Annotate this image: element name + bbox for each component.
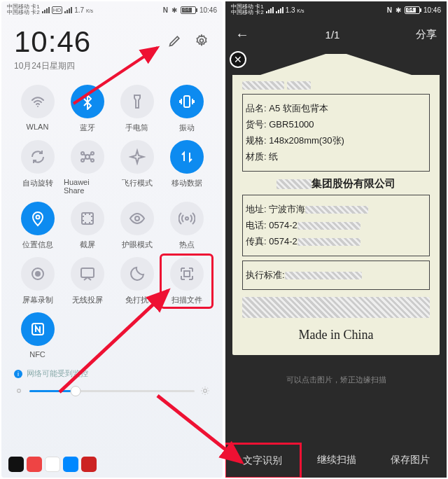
continue-scan-button[interactable]: 继续扫描: [300, 444, 374, 478]
qs-tile-cast[interactable]: 无线投屏: [64, 257, 111, 305]
status-time: 10:46: [200, 6, 217, 14]
tile-label: Huawei Share: [64, 178, 111, 195]
hotspot-icon: [170, 202, 204, 235]
tile-label: 截屏: [80, 240, 95, 250]
location-icon: [21, 202, 55, 235]
redacted-text: [242, 81, 284, 90]
scanner-bottom-bar: 文字识别 继续扫描 保存图片: [225, 444, 447, 478]
qs-tile-scan[interactable]: 扫描文件: [160, 254, 214, 309]
qs-tile-data[interactable]: 移动数据: [163, 140, 210, 195]
save-image-button[interactable]: 保存图片: [373, 444, 447, 478]
svg-rect-14: [184, 271, 190, 277]
cast-icon: [71, 257, 104, 291]
airplane-icon: [120, 140, 154, 174]
status-time-r: 10:46: [424, 6, 441, 14]
svg-rect-1: [184, 96, 190, 107]
svg-point-6: [91, 159, 94, 162]
qs-tile-screenshot[interactable]: 截屏: [64, 202, 111, 250]
tile-label: WLAN: [27, 123, 49, 131]
qs-tile-airplane[interactable]: 飞行模式: [113, 140, 160, 195]
company-name: 集团股份有限公司: [242, 177, 430, 190]
signal-bars-icon-2: [64, 7, 72, 13]
svg-point-10: [186, 217, 188, 220]
share-button[interactable]: 分享: [416, 28, 437, 41]
carrier-label: 中国移动 卡1中国移动 卡2: [7, 4, 40, 15]
qs-tile-record[interactable]: 屏幕录制: [14, 257, 61, 305]
tile-label: 免打扰: [125, 295, 148, 305]
edit-icon[interactable]: [167, 32, 183, 49]
sun-bright-icon: [200, 386, 210, 396]
wifi-icon: [21, 85, 55, 118]
bluetooth-icon: [71, 85, 104, 118]
brightness-slider[interactable]: [14, 386, 210, 396]
tile-label: 飞行模式: [122, 178, 153, 188]
made-in-china: Made in China: [242, 328, 430, 342]
tile-label: 热点: [179, 240, 195, 250]
nfc-icon: N: [163, 6, 168, 14]
qs-tile-rotate[interactable]: 自动旋转: [14, 140, 61, 195]
redacted-text: [287, 81, 311, 90]
bluetooth-status-icon: ✱: [172, 6, 177, 14]
standard-box: 执行标准:: [242, 261, 430, 290]
net-badge: HD: [52, 6, 63, 14]
settings-gear-icon[interactable]: [193, 32, 210, 49]
battery-icon: 64: [181, 6, 196, 14]
phone-right-scanner: 中国移动 卡1中国移动 卡2 1.3 K/s N ✱ 64 10:46 ← 1/…: [225, 1, 447, 478]
qs-tile-hshare[interactable]: Huawei Share: [64, 140, 111, 195]
app-icon-3[interactable]: [45, 457, 60, 472]
tile-label: 蓝牙: [80, 123, 95, 133]
nfc-icon: [21, 312, 55, 346]
dnd-icon: [120, 257, 154, 291]
svg-rect-8: [82, 213, 93, 224]
network-monitor-notice[interactable]: i 网络可能受到监控: [14, 368, 210, 379]
app-icon-1[interactable]: [8, 457, 24, 472]
qs-tile-bluetooth[interactable]: 蓝牙: [64, 85, 111, 133]
scanned-document[interactable]: ✕ 品名: A5 软面包背本 货号: GBR51000 规格: 148x208m…: [232, 54, 440, 355]
signal-bars-icon-r2: [276, 7, 284, 13]
tile-label: 护眼模式: [122, 240, 153, 250]
qs-tile-eye[interactable]: 护眼模式: [113, 202, 160, 250]
svg-point-0: [200, 39, 204, 43]
net-speed-r: 1.3 K/s: [286, 6, 304, 14]
tile-label: 手电筒: [125, 123, 148, 133]
record-icon: [21, 257, 55, 291]
brightness-track[interactable]: [29, 390, 195, 392]
dock-apps: [8, 457, 97, 472]
svg-point-7: [36, 216, 39, 219]
qs-tile-dnd[interactable]: 免打扰: [113, 257, 160, 305]
ocr-button[interactable]: 文字识别: [225, 443, 302, 478]
svg-point-17: [204, 389, 207, 393]
tile-label: 自动旋转: [22, 178, 53, 188]
signal-bars-icon-r: [266, 7, 274, 13]
vibrate-icon: [170, 85, 204, 118]
data-icon: [170, 140, 204, 174]
back-arrow-icon[interactable]: ←: [235, 27, 249, 43]
redacted-block: [242, 297, 430, 318]
app-icon-4[interactable]: [63, 457, 78, 472]
contact-box: 地址: 宁波市海 电话: 0574-2 传真: 0574-2: [242, 195, 430, 256]
qs-tile-hotspot[interactable]: 热点: [163, 202, 210, 250]
qs-tile-location[interactable]: 位置信息: [14, 202, 61, 250]
signal-bars-icon: [42, 7, 50, 13]
qs-tile-flashlight[interactable]: 手电筒: [113, 85, 160, 133]
qs-tile-vibrate[interactable]: 振动: [163, 85, 210, 133]
hshare-icon: [71, 140, 104, 174]
eye-icon: [120, 202, 154, 235]
battery-icon-r: 64: [405, 6, 420, 14]
tile-label: 振动: [179, 123, 195, 133]
tile-label: 移动数据: [172, 178, 202, 188]
phone-left-quicksettings: 中国移动 卡1中国移动 卡2 HD 1.7 K/s N ✱ 64 10:46 1…: [1, 1, 223, 478]
qs-tile-wifi[interactable]: WLAN: [14, 85, 61, 133]
nfc-icon-r: N: [387, 6, 392, 14]
app-icon-2[interactable]: [27, 457, 42, 472]
svg-point-12: [36, 272, 40, 276]
app-icon-5[interactable]: [81, 457, 97, 472]
svg-point-5: [81, 159, 84, 162]
qs-tile-nfc[interactable]: NFC: [14, 312, 61, 359]
page-counter: 1/1: [326, 29, 340, 41]
bluetooth-status-icon-r: ✱: [396, 6, 401, 14]
close-icon[interactable]: ✕: [230, 51, 246, 68]
svg-point-9: [135, 216, 139, 221]
rotate-icon: [21, 140, 55, 174]
panel-clock: 10:46: [14, 25, 91, 59]
